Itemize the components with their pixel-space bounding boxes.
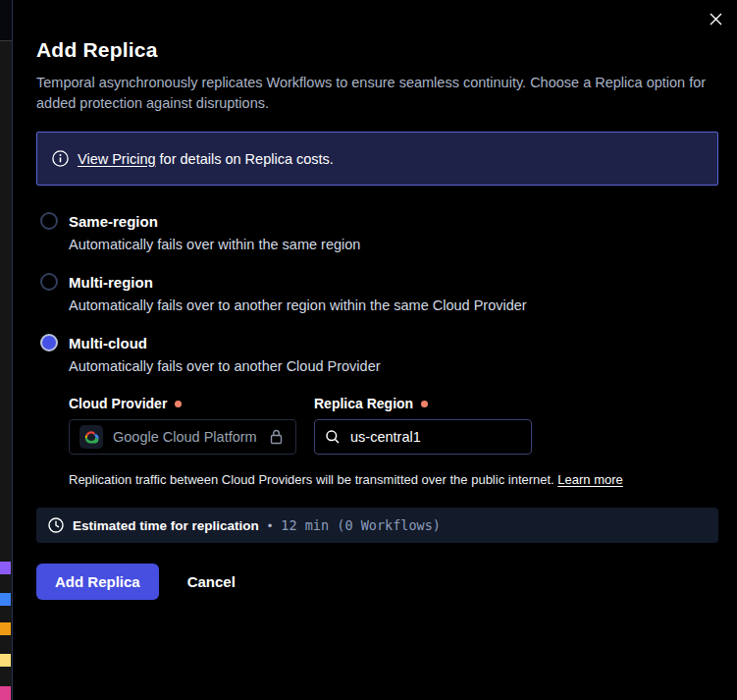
color-strip [0,654,11,667]
background-page [0,0,12,700]
view-pricing-link[interactable]: View Pricing [78,151,156,167]
option-label: Multi-cloud [69,335,147,351]
page-title: Add Replica [36,37,717,63]
required-dot [421,401,428,407]
replica-option-group: Same-region Automatically fails over wit… [36,212,717,487]
option-description: Automatically fails over within the same… [69,237,717,252]
background-page-header [0,0,12,41]
search-icon [325,429,341,445]
cloud-provider-label-text: Cloud Provider [69,396,167,411]
option-description: Automatically fails over to another Clou… [69,358,717,374]
estimate-banner: Estimated time for replication • 12 min … [36,508,718,543]
color-strip [0,622,11,635]
option-multi-cloud: Multi-cloud Automatically fails over to … [36,334,717,487]
option-label: Multi-region [69,274,153,291]
multi-cloud-form: Cloud Provider Replica Region [69,396,717,455]
add-replica-modal: Add Replica Temporal asynchronously repl… [12,0,737,700]
replica-region-value: us-central1 [350,429,421,445]
learn-more-link[interactable]: Learn more [557,472,622,487]
option-description: Automatically fails over to another regi… [69,297,717,313]
note-text: Replication traffic between Cloud Provid… [69,472,557,487]
color-strip [0,686,11,700]
cancel-button[interactable]: Cancel [187,573,236,590]
estimate-value: 12 min (0 Workflows) [281,517,441,533]
pricing-banner: View Pricing for details on Replica cost… [36,132,718,186]
radio-same-region[interactable]: Same-region [40,212,717,230]
option-same-region: Same-region Automatically fails over wit… [36,212,717,252]
radio-multi-region[interactable]: Multi-region [40,273,717,291]
replica-region-label: Replica Region [314,396,532,411]
google-cloud-logo-icon [83,431,99,444]
lock-icon [269,429,284,445]
estimate-label: Estimated time for replication [73,518,259,533]
estimate-separator: • [268,518,273,533]
radio-circle-icon[interactable] [40,212,58,230]
replica-region-label-text: Replica Region [314,396,413,411]
clock-icon [48,517,64,533]
radio-multi-cloud[interactable]: Multi-cloud [40,334,717,351]
cloud-provider-label: Cloud Provider [69,396,296,411]
add-replica-button[interactable]: Add Replica [36,564,159,600]
action-buttons: Add Replica Cancel [36,564,717,600]
radio-circle-selected-icon[interactable] [40,334,58,351]
cloud-provider-value: Google Cloud Platform [113,429,257,445]
radio-circle-icon[interactable] [40,273,58,291]
required-dot [175,401,182,407]
info-icon [52,150,69,167]
pricing-banner-text: View Pricing for details on Replica cost… [78,151,334,167]
public-internet-note: Replication traffic between Cloud Provid… [69,472,717,487]
option-multi-region: Multi-region Automatically fails over to… [36,273,717,313]
gcp-logo-tile [79,425,103,449]
option-label: Same-region [69,213,158,230]
modal-description: Temporal asynchronously replicates Workf… [36,73,710,114]
color-strip [0,562,11,574]
pricing-banner-rest: for details on Replica costs. [156,151,334,167]
cloud-provider-field: Google Cloud Platform [69,419,296,455]
replica-region-field[interactable]: us-central1 [314,419,532,455]
color-strip [0,593,11,606]
